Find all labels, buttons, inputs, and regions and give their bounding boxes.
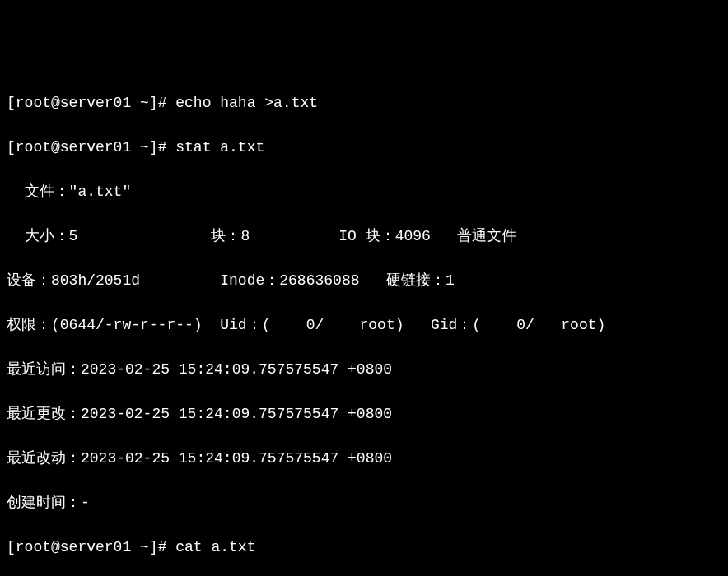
stat-perm: 权限：(0644/-rw-r--r--) Uid：( 0/ root) Gid：… [7, 314, 721, 337]
terminal-line: [root@server01 ~]# echo haha >a.txt [7, 92, 721, 114]
prompt: [root@server01 ~]# [7, 95, 175, 111]
command: echo haha >a.txt [175, 95, 318, 111]
terminal-line: [root@server01 ~]# stat a.txt [7, 137, 721, 159]
stat-device: 设备：803h/2051d Inode：268636088 硬链接：1 [7, 270, 721, 292]
stat-mtime: 最近更改：2023-02-25 15:24:09.757575547 +0800 [7, 403, 721, 425]
command: stat a.txt [175, 139, 264, 156]
stat-btime: 创建时间：- [7, 492, 721, 514]
stat-file: 文件："a.txt" [7, 181, 721, 203]
stat-atime: 最近访问：2023-02-25 15:24:09.757575547 +0800 [7, 359, 721, 381]
command: cat a.txt [175, 539, 255, 555]
prompt: [root@server01 ~]# [7, 539, 175, 555]
prompt: [root@server01 ~]# [7, 139, 175, 156]
stat-ctime: 最近改动：2023-02-25 15:24:09.757575547 +0800 [7, 448, 721, 470]
terminal-line: [root@server01 ~]# cat a.txt [7, 537, 721, 559]
stat-size: 大小：5 块：8 IO 块：4096 普通文件 [7, 225, 721, 248]
